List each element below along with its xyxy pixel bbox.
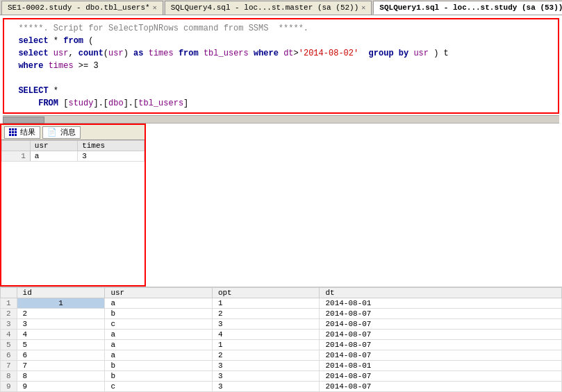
data-cell-opt: 3 xyxy=(212,382,320,392)
tab-se1-label: SE1-0002.study - dbo.tbl_users* xyxy=(8,3,150,12)
sql-editor[interactable]: *****. Script for SelectTopNRows command… xyxy=(3,18,559,114)
data-rownum: 9 xyxy=(1,382,17,392)
data-rownum: 8 xyxy=(1,371,17,382)
data-col-id: id xyxy=(17,288,105,298)
data-cell-opt: 4 xyxy=(212,330,320,340)
tab-query4[interactable]: SQLQuery4.sql - loc...st.master (sa (52)… xyxy=(165,1,372,15)
message-icon: 📄 xyxy=(47,128,57,137)
h-scrollbar[interactable] xyxy=(3,115,559,123)
data-cell-id: 7 xyxy=(17,361,105,371)
data-section: id usr opt dt 1 1 a 1 2014-08-01 2 2 b 2… xyxy=(0,287,562,392)
data-cell-opt: 3 xyxy=(212,371,320,382)
data-cell-opt: 3 xyxy=(212,319,320,330)
results-cell-times: 3 xyxy=(78,151,144,162)
data-cell-opt: 1 xyxy=(212,298,320,309)
data-cell-usr: a xyxy=(105,298,213,309)
results-split: 结果 📄 消息 usr times xyxy=(0,123,562,287)
main-area: *****. Script for SelectTopNRows command… xyxy=(0,15,562,392)
data-rownum: 2 xyxy=(1,309,17,319)
results-table: usr times 1 a 3 xyxy=(1,140,144,162)
sql-line-2: select usr, count(usr) as times from tbl… xyxy=(8,47,554,60)
results-rownum: 1 xyxy=(2,151,31,162)
data-cell-id: 6 xyxy=(17,350,105,361)
data-cell-id: 3 xyxy=(17,319,105,330)
data-cell-usr: a xyxy=(105,350,213,361)
data-cell-usr: c xyxy=(105,382,213,392)
results-row: 1 a 3 xyxy=(2,151,144,162)
tab-se1[interactable]: SE1-0002.study - dbo.tbl_users* ✕ xyxy=(1,1,163,15)
data-cell-usr: c xyxy=(105,319,213,330)
data-col-dt: dt xyxy=(320,288,562,298)
data-cell-dt: 2014-08-07 xyxy=(320,319,562,330)
data-cell-id: 5 xyxy=(17,340,105,350)
tab-bar: SE1-0002.study - dbo.tbl_users* ✕ SQLQue… xyxy=(0,0,562,15)
data-cell-usr: b xyxy=(105,309,213,319)
data-table: id usr opt dt 1 1 a 1 2014-08-01 2 2 b 2… xyxy=(0,287,562,392)
sql-line-3: where times >= 3 xyxy=(8,60,554,72)
data-cell-dt: 2014-08-07 xyxy=(320,350,562,361)
sql-line-1: select * from ( xyxy=(8,35,554,47)
data-rownum: 1 xyxy=(1,298,17,309)
data-cell-dt: 2014-08-07 xyxy=(320,371,562,382)
tab-query4-close[interactable]: ✕ xyxy=(361,3,365,12)
data-row: 3 3 c 3 2014-08-07 xyxy=(1,319,562,330)
results-tabs: 结果 📄 消息 xyxy=(1,125,144,140)
data-row: 9 9 c 3 2014-08-07 xyxy=(1,382,562,392)
data-cell-id: 8 xyxy=(17,371,105,382)
data-row: 7 7 b 3 2014-08-01 xyxy=(1,361,562,371)
data-row: 4 4 a 4 2014-08-07 xyxy=(1,330,562,340)
results-tab-label: 结果 xyxy=(20,127,35,137)
data-cell-usr: a xyxy=(105,340,213,350)
data-cell-opt: 2 xyxy=(212,350,320,361)
comment-line: *****. Script for SelectTopNRows command… xyxy=(8,22,554,35)
results-col-empty xyxy=(2,141,31,151)
sql-line-4 xyxy=(8,72,554,85)
data-cell-dt: 2014-08-07 xyxy=(320,309,562,319)
data-rownum: 6 xyxy=(1,350,17,361)
results-left-panel: 结果 📄 消息 usr times xyxy=(0,123,146,287)
data-col-empty xyxy=(1,288,17,298)
sql-line-5: SELECT * xyxy=(8,85,554,97)
data-row: 1 1 a 1 2014-08-01 xyxy=(1,298,562,309)
tab-query1[interactable]: SQLQuery1.sql - loc...st.study (sa (53))… xyxy=(373,1,562,15)
data-col-opt: opt xyxy=(212,288,320,298)
data-cell-dt: 2014-08-01 xyxy=(320,298,562,309)
data-cell-id: 2 xyxy=(17,309,105,319)
data-rownum: 7 xyxy=(1,361,17,371)
data-cell-id: 1 xyxy=(17,298,105,309)
data-cell-dt: 2014-08-07 xyxy=(320,382,562,392)
grid-icon xyxy=(9,128,17,136)
data-cell-dt: 2014-08-07 xyxy=(320,330,562,340)
data-cell-usr: b xyxy=(105,371,213,382)
data-cell-id: 9 xyxy=(17,382,105,392)
data-row: 8 8 b 3 2014-08-07 xyxy=(1,371,562,382)
tab-query1-label: SQLQuery1.sql - loc...st.study (sa (53))… xyxy=(379,3,562,12)
results-cell-usr: a xyxy=(30,151,77,162)
data-cell-dt: 2014-08-01 xyxy=(320,361,562,371)
data-row: 2 2 b 2 2014-08-07 xyxy=(1,309,562,319)
data-cell-dt: 2014-08-07 xyxy=(320,340,562,350)
data-rownum: 3 xyxy=(1,319,17,330)
data-cell-usr: b xyxy=(105,361,213,371)
data-col-usr: usr xyxy=(105,288,213,298)
data-row: 5 5 a 1 2014-08-07 xyxy=(1,340,562,350)
data-cell-usr: a xyxy=(105,330,213,340)
data-row: 6 6 a 2 2014-08-07 xyxy=(1,350,562,361)
results-tab-btn[interactable]: 结果 xyxy=(4,126,40,139)
message-tab-btn[interactable]: 📄 消息 xyxy=(42,126,81,139)
data-rownum: 4 xyxy=(1,330,17,340)
sql-line-6: FROM [study].[dbo].[tbl_users] xyxy=(8,97,554,110)
data-cell-id: 4 xyxy=(17,330,105,340)
message-tab-label: 消息 xyxy=(60,127,76,137)
results-table-wrapper[interactable]: usr times 1 a 3 xyxy=(1,140,144,285)
results-col-usr: usr xyxy=(30,141,77,151)
data-cell-opt: 3 xyxy=(212,361,320,371)
data-cell-opt: 1 xyxy=(212,340,320,350)
tab-se1-close[interactable]: ✕ xyxy=(153,3,157,12)
results-right-panel xyxy=(146,123,562,287)
tab-query4-label: SQLQuery4.sql - loc...st.master (sa (52)… xyxy=(171,3,359,12)
data-cell-opt: 2 xyxy=(212,309,320,319)
results-col-times: times xyxy=(78,141,144,151)
data-rownum: 5 xyxy=(1,340,17,350)
